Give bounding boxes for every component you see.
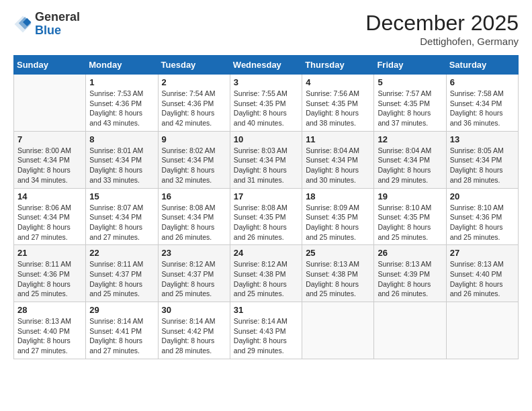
day-info: Sunrise: 7:55 AMSunset: 4:35 PMDaylight:…	[234, 89, 298, 128]
day-number: 4	[306, 77, 370, 87]
day-info: Sunrise: 8:10 AMSunset: 4:36 PMDaylight:…	[450, 203, 515, 242]
day-number: 17	[234, 191, 298, 201]
calendar-week-row: 21Sunrise: 8:11 AMSunset: 4:36 PMDayligh…	[14, 245, 519, 302]
logo-icon	[13, 15, 32, 34]
day-number: 11	[306, 134, 370, 144]
calendar-day-cell: 28Sunrise: 8:13 AMSunset: 4:40 PMDayligh…	[14, 302, 86, 359]
calendar-day-cell: 17Sunrise: 8:08 AMSunset: 4:35 PMDayligh…	[230, 188, 302, 245]
day-of-week-header: Sunday	[14, 56, 86, 75]
day-info: Sunrise: 8:14 AMSunset: 4:41 PMDaylight:…	[89, 316, 154, 356]
day-info: Sunrise: 8:13 AMSunset: 4:39 PMDaylight:…	[378, 259, 442, 299]
day-number: 10	[234, 134, 298, 144]
calendar-day-cell: 26Sunrise: 8:13 AMSunset: 4:39 PMDayligh…	[374, 245, 446, 302]
day-info: Sunrise: 8:13 AMSunset: 4:40 PMDaylight:…	[17, 316, 82, 356]
day-number: 20	[450, 191, 515, 201]
day-number: 15	[89, 191, 154, 201]
calendar-week-row: 14Sunrise: 8:06 AMSunset: 4:34 PMDayligh…	[14, 188, 519, 245]
day-info: Sunrise: 7:56 AMSunset: 4:35 PMDaylight:…	[306, 89, 370, 128]
day-info: Sunrise: 8:10 AMSunset: 4:35 PMDaylight:…	[378, 203, 442, 242]
day-number: 18	[306, 191, 370, 201]
day-info: Sunrise: 8:08 AMSunset: 4:34 PMDaylight:…	[162, 203, 226, 242]
day-number: 26	[378, 248, 442, 258]
calendar-day-cell	[446, 302, 518, 359]
calendar-day-cell: 21Sunrise: 8:11 AMSunset: 4:36 PMDayligh…	[14, 245, 86, 302]
calendar-day-cell: 27Sunrise: 8:13 AMSunset: 4:40 PMDayligh…	[446, 245, 518, 302]
day-number: 7	[17, 134, 82, 144]
calendar-table: SundayMondayTuesdayWednesdayThursdayFrid…	[13, 55, 519, 359]
day-info: Sunrise: 8:07 AMSunset: 4:34 PMDaylight:…	[89, 203, 154, 242]
day-number: 23	[162, 248, 226, 258]
day-of-week-header: Monday	[86, 56, 158, 75]
day-number: 9	[162, 134, 226, 144]
title-block: December 2025 Dettighofen, Germany	[365, 11, 519, 47]
calendar-day-cell: 29Sunrise: 8:14 AMSunset: 4:41 PMDayligh…	[86, 302, 158, 359]
day-info: Sunrise: 8:14 AMSunset: 4:42 PMDaylight:…	[162, 316, 226, 356]
day-of-week-header: Friday	[374, 56, 446, 75]
day-info: Sunrise: 8:04 AMSunset: 4:34 PMDaylight:…	[306, 146, 370, 185]
day-number: 19	[378, 191, 442, 201]
day-info: Sunrise: 8:12 AMSunset: 4:37 PMDaylight:…	[162, 259, 226, 299]
calendar-day-cell	[14, 75, 86, 132]
day-info: Sunrise: 8:11 AMSunset: 4:36 PMDaylight:…	[17, 259, 82, 299]
page-header: General Blue December 2025 Dettighofen, …	[13, 11, 519, 47]
day-info: Sunrise: 7:53 AMSunset: 4:36 PMDaylight:…	[89, 89, 154, 128]
calendar-week-row: 7Sunrise: 8:00 AMSunset: 4:34 PMDaylight…	[14, 131, 519, 188]
calendar-day-cell: 23Sunrise: 8:12 AMSunset: 4:37 PMDayligh…	[158, 245, 230, 302]
calendar-day-cell: 13Sunrise: 8:05 AMSunset: 4:34 PMDayligh…	[446, 131, 518, 188]
calendar-day-cell: 10Sunrise: 8:03 AMSunset: 4:34 PMDayligh…	[230, 131, 302, 188]
calendar-day-cell: 5Sunrise: 7:57 AMSunset: 4:35 PMDaylight…	[374, 75, 446, 132]
day-number: 22	[89, 248, 154, 258]
day-info: Sunrise: 8:14 AMSunset: 4:43 PMDaylight:…	[234, 316, 298, 356]
calendar-day-cell	[302, 302, 374, 359]
day-info: Sunrise: 8:04 AMSunset: 4:34 PMDaylight:…	[378, 146, 442, 185]
day-info: Sunrise: 8:00 AMSunset: 4:34 PMDaylight:…	[17, 146, 82, 185]
day-info: Sunrise: 8:09 AMSunset: 4:35 PMDaylight:…	[306, 203, 370, 242]
logo-blue: Blue	[35, 24, 80, 38]
day-number: 1	[89, 77, 154, 87]
calendar-day-cell: 25Sunrise: 8:13 AMSunset: 4:38 PMDayligh…	[302, 245, 374, 302]
calendar-day-cell: 19Sunrise: 8:10 AMSunset: 4:35 PMDayligh…	[374, 188, 446, 245]
calendar-day-cell: 30Sunrise: 8:14 AMSunset: 4:42 PMDayligh…	[158, 302, 230, 359]
day-number: 28	[17, 305, 82, 315]
day-of-week-header: Saturday	[446, 56, 518, 75]
logo: General Blue	[13, 11, 80, 38]
day-number: 24	[234, 248, 298, 258]
calendar-day-cell: 24Sunrise: 8:12 AMSunset: 4:38 PMDayligh…	[230, 245, 302, 302]
day-info: Sunrise: 8:06 AMSunset: 4:34 PMDaylight:…	[17, 203, 82, 242]
day-info: Sunrise: 8:02 AMSunset: 4:34 PMDaylight:…	[162, 146, 226, 185]
day-info: Sunrise: 7:54 AMSunset: 4:36 PMDaylight:…	[162, 89, 226, 128]
day-number: 2	[162, 77, 226, 87]
day-number: 31	[234, 305, 298, 315]
location: Dettighofen, Germany	[365, 36, 519, 47]
day-info: Sunrise: 8:03 AMSunset: 4:34 PMDaylight:…	[234, 146, 298, 185]
day-number: 21	[17, 248, 82, 258]
day-number: 27	[450, 248, 515, 258]
day-number: 14	[17, 191, 82, 201]
month-title: December 2025	[365, 11, 519, 36]
day-info: Sunrise: 8:13 AMSunset: 4:38 PMDaylight:…	[306, 259, 370, 299]
day-number: 25	[306, 248, 370, 258]
day-of-week-header: Wednesday	[230, 56, 302, 75]
calendar-day-cell: 31Sunrise: 8:14 AMSunset: 4:43 PMDayligh…	[230, 302, 302, 359]
calendar-week-row: 28Sunrise: 8:13 AMSunset: 4:40 PMDayligh…	[14, 302, 519, 359]
day-number: 3	[234, 77, 298, 87]
day-info: Sunrise: 8:11 AMSunset: 4:37 PMDaylight:…	[89, 259, 154, 299]
day-info: Sunrise: 8:08 AMSunset: 4:35 PMDaylight:…	[234, 203, 298, 242]
calendar-day-cell	[374, 302, 446, 359]
day-number: 6	[450, 77, 515, 87]
calendar-day-cell: 8Sunrise: 8:01 AMSunset: 4:34 PMDaylight…	[86, 131, 158, 188]
day-info: Sunrise: 8:13 AMSunset: 4:40 PMDaylight:…	[450, 259, 515, 299]
day-number: 12	[378, 134, 442, 144]
calendar-day-cell: 20Sunrise: 8:10 AMSunset: 4:36 PMDayligh…	[446, 188, 518, 245]
day-number: 16	[162, 191, 226, 201]
day-number: 8	[89, 134, 154, 144]
calendar-day-cell: 9Sunrise: 8:02 AMSunset: 4:34 PMDaylight…	[158, 131, 230, 188]
calendar-day-cell: 18Sunrise: 8:09 AMSunset: 4:35 PMDayligh…	[302, 188, 374, 245]
calendar-day-cell: 2Sunrise: 7:54 AMSunset: 4:36 PMDaylight…	[158, 75, 230, 132]
day-number: 13	[450, 134, 515, 144]
day-info: Sunrise: 8:05 AMSunset: 4:34 PMDaylight:…	[450, 146, 515, 185]
calendar-day-cell: 7Sunrise: 8:00 AMSunset: 4:34 PMDaylight…	[14, 131, 86, 188]
day-info: Sunrise: 7:57 AMSunset: 4:35 PMDaylight:…	[378, 89, 442, 128]
calendar-day-cell: 1Sunrise: 7:53 AMSunset: 4:36 PMDaylight…	[86, 75, 158, 132]
logo-general: General	[35, 11, 80, 24]
